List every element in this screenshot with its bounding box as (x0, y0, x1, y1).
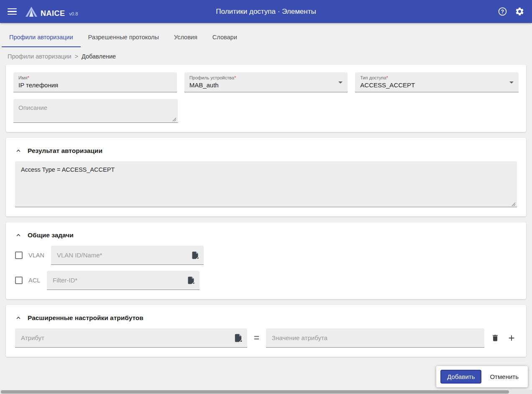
main-form-card: Имя* Профиль устройства* Тип доступа* (6, 65, 526, 132)
section-title: Результат авторизации (28, 147, 102, 155)
access-type-select[interactable] (360, 81, 514, 89)
app-logo: NAICE v0.8 (25, 6, 78, 17)
device-profile-field[interactable]: Профиль устройства* (184, 72, 348, 92)
breadcrumb: Профили авторизации > Добавление (0, 47, 532, 65)
vlan-checkbox[interactable] (15, 252, 23, 259)
attribute-input-wrap (15, 328, 247, 348)
authorization-result-textarea[interactable]: Access Type = ACCESS_ACCEPT (15, 161, 517, 207)
breadcrumb-current: Добавление (82, 53, 116, 60)
help-icon[interactable]: ? (498, 7, 507, 16)
description-field[interactable] (13, 99, 178, 123)
name-field[interactable]: Имя* (13, 72, 177, 92)
name-field-label: Имя* (18, 75, 172, 81)
attribute-row: = (15, 328, 517, 348)
attribute-value-input[interactable] (266, 334, 484, 341)
acl-task-row: ACL (15, 271, 517, 290)
acl-checkbox[interactable] (15, 277, 23, 284)
page-title: Политики доступа · Элементы (0, 8, 532, 16)
horizontal-scrollbar (0, 390, 532, 394)
collapse-chevron-icon[interactable] (15, 147, 22, 154)
required-asterisk: * (27, 75, 29, 80)
trash-icon (491, 334, 499, 342)
app-logo-icon (25, 6, 38, 17)
form-action-bar: Добавить Отменить (436, 366, 528, 387)
name-input[interactable] (18, 81, 172, 89)
section-title: Общие задачи (28, 231, 74, 239)
app-name: NAICE (41, 10, 65, 17)
breadcrumb-root[interactable]: Профили авторизации (8, 53, 72, 60)
pick-from-list-icon[interactable] (187, 276, 195, 285)
tab-bar: Профили авторизации Разрешенные протокол… (0, 26, 532, 47)
horizontal-scrollbar-thumb[interactable] (1, 390, 509, 394)
vlan-task-row: VLAN (15, 246, 517, 265)
delete-attribute-button[interactable] (490, 333, 500, 343)
collapse-chevron-icon[interactable] (15, 232, 22, 239)
required-asterisk: * (386, 75, 388, 80)
add-attribute-button[interactable] (506, 333, 517, 343)
device-profile-select[interactable] (189, 81, 343, 89)
vlan-input-wrap (51, 246, 204, 265)
device-profile-label: Профиль устройства* (189, 75, 343, 81)
vlan-label: VLAN (28, 252, 45, 259)
tab-conditions[interactable]: Условия (166, 26, 205, 47)
dropdown-arrow-icon[interactable] (338, 81, 343, 84)
cancel-button[interactable]: Отменить (485, 371, 524, 383)
common-tasks-header[interactable]: Общие задачи (15, 231, 517, 239)
filter-id-input[interactable] (47, 277, 200, 284)
acl-input-wrap (47, 271, 200, 290)
acl-label: ACL (28, 277, 41, 284)
tab-allowed-protocols[interactable]: Разрешенные протоколы (81, 26, 166, 47)
attribute-input[interactable] (15, 334, 247, 341)
tab-dictionaries[interactable]: Словари (205, 26, 245, 47)
app-header: NAICE v0.8 Политики доступа · Элементы ? (0, 0, 532, 23)
authorization-result-header[interactable]: Результат авторизации (15, 147, 517, 155)
access-type-label: Тип доступа* (360, 75, 514, 81)
description-textarea[interactable] (18, 102, 173, 118)
submit-button[interactable]: Добавить (440, 370, 481, 384)
common-tasks-card: Общие задачи VLAN ACL (6, 222, 526, 299)
settings-gear-icon[interactable] (515, 7, 524, 16)
pick-from-list-icon[interactable] (191, 251, 200, 259)
plus-icon (507, 333, 516, 343)
vlan-id-input[interactable] (51, 252, 204, 259)
advanced-attributes-header[interactable]: Расширенные настройки атрибутов (15, 314, 517, 322)
tab-authorization-profiles[interactable]: Профили авторизации (2, 26, 81, 47)
breadcrumb-separator: > (75, 53, 78, 60)
required-asterisk: * (234, 75, 236, 80)
app-version: v0.8 (69, 11, 78, 17)
hamburger-menu-icon[interactable] (8, 8, 17, 15)
access-type-field[interactable]: Тип доступа* (355, 72, 519, 92)
section-title: Расширенные настройки атрибутов (28, 314, 143, 322)
equals-sign: = (253, 333, 260, 343)
attribute-value-wrap (266, 328, 484, 348)
pick-from-list-icon[interactable] (233, 333, 243, 343)
svg-text:?: ? (501, 9, 504, 15)
dropdown-arrow-icon[interactable] (509, 81, 514, 84)
collapse-chevron-icon[interactable] (15, 315, 22, 321)
authorization-result-card: Результат авторизации Access Type = ACCE… (6, 138, 526, 216)
advanced-attributes-card: Расширенные настройки атрибутов = (6, 305, 526, 357)
